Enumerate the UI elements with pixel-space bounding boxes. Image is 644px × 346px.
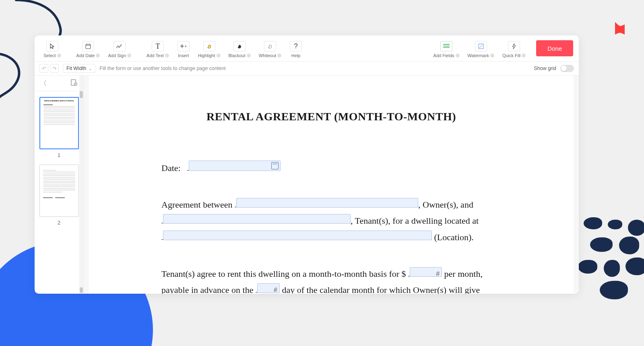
quick-fill-label: Quick Fill	[502, 53, 520, 58]
zoom-label: Fit Width	[66, 66, 86, 71]
whiteout-icon	[264, 41, 276, 51]
whiteout-label: Whiteout	[259, 53, 276, 58]
doc-title: RENTAL AGREEMENT (MONTH-TO-MONTH)	[161, 110, 501, 123]
thumbnails: RENTAL AGREEMENT (MONTH-TO-MONTH) 1	[35, 91, 83, 294]
help-icon: ?	[290, 41, 302, 51]
add-sign-label: Add Sign	[108, 53, 126, 58]
svg-rect-5	[443, 46, 450, 48]
editor-body: 〈 RENTAL AGREEMENT (MONTH-TO-MONTH) 1	[35, 76, 579, 294]
hint-text: Fill the form or use another tools to ch…	[99, 66, 225, 71]
calendar-picker-icon[interactable]	[271, 162, 279, 169]
agreement-paragraph: Agreement between , Owner(s), and , Tena…	[161, 197, 501, 246]
editor-window: Select Add Date Add Sign T Add Text +▾ I…	[35, 35, 579, 294]
decor-left	[0, 52, 36, 101]
highlight-label: Highlight	[198, 53, 215, 58]
due-day-field[interactable]: #	[257, 283, 280, 293]
page-panel: 〈 RENTAL AGREEMENT (MONTH-TO-MONTH) 1	[35, 76, 84, 294]
show-grid-label: Show grid	[534, 66, 556, 71]
document-viewport[interactable]: RENTAL AGREEMENT (MONTH-TO-MONTH) Date: …	[84, 76, 579, 294]
add-date-button[interactable]: Add Date	[73, 39, 103, 59]
highlight-icon	[203, 41, 215, 51]
decor-right-spots	[576, 217, 644, 306]
select-button[interactable]: Select	[40, 39, 64, 59]
rent-amount-field[interactable]: #	[410, 267, 442, 277]
thumbnail-label-2: 2	[39, 220, 79, 226]
insert-button[interactable]: +▾ Insert	[174, 39, 193, 59]
watermark-icon	[475, 41, 487, 51]
thumbnail-page-1[interactable]: RENTAL AGREEMENT (MONTH-TO-MONTH)	[39, 97, 79, 149]
plus-icon: +▾	[178, 41, 190, 51]
text-icon: T	[152, 41, 164, 51]
tenant-field[interactable]	[163, 214, 351, 224]
document-page: RENTAL AGREEMENT (MONTH-TO-MONTH) Date: …	[89, 76, 574, 294]
date-field[interactable]	[189, 161, 281, 171]
signature-icon	[114, 41, 126, 51]
pdf-app-icon	[612, 20, 628, 36]
thumbnail-label-1: 1	[39, 152, 79, 158]
blackout-icon	[233, 41, 246, 51]
add-text-button[interactable]: T Add Text	[143, 39, 172, 59]
date-row: Date:	[161, 160, 501, 177]
zoom-select[interactable]: Fit Width ⌄	[63, 64, 95, 73]
watermark-label: Watermark	[468, 53, 489, 58]
add-text-label: Add Text	[147, 53, 164, 58]
rent-paragraph: Tenant(s) agree to rent this dwelling on…	[161, 266, 501, 294]
svg-rect-0	[86, 44, 91, 49]
show-grid-toggle[interactable]	[560, 65, 574, 72]
blackout-button[interactable]: Blackout	[225, 39, 254, 59]
fields-icon	[440, 41, 452, 51]
bolt-icon	[508, 41, 520, 51]
blackout-label: Blackout	[229, 53, 246, 58]
add-date-label: Add Date	[76, 53, 95, 58]
panel-settings-button[interactable]	[70, 79, 78, 88]
select-label: Select	[43, 53, 56, 58]
done-button[interactable]: Done	[536, 40, 573, 56]
watermark-button[interactable]: Watermark	[464, 39, 497, 59]
panel-scrollbar[interactable]	[79, 76, 83, 294]
quick-fill-button[interactable]: Quick Fill	[499, 39, 529, 59]
add-sign-button[interactable]: Add Sign	[105, 39, 134, 59]
svg-line-7	[479, 45, 483, 48]
help-label: Help	[291, 53, 301, 58]
calendar-icon	[82, 41, 94, 51]
undo-button[interactable]: ↶	[39, 64, 48, 73]
thumbnail-page-2[interactable]	[39, 165, 79, 217]
svg-point-10	[75, 84, 76, 84]
highlight-button[interactable]: Highlight	[195, 39, 224, 59]
add-fields-button[interactable]: Add Fields	[430, 39, 463, 59]
chevron-down-icon: ⌄	[89, 66, 92, 71]
cursor-icon	[46, 41, 58, 51]
location-field[interactable]	[163, 231, 432, 240]
add-fields-label: Add Fields	[433, 53, 454, 58]
insert-label: Insert	[178, 53, 189, 58]
sub-toolbar: ↶ ↷ Fit Width ⌄ Fill the form or use ano…	[35, 62, 579, 76]
svg-rect-4	[443, 44, 450, 45]
owner-field[interactable]	[236, 198, 418, 208]
help-button[interactable]: ? Help	[286, 39, 305, 59]
whiteout-button[interactable]: Whiteout	[256, 39, 285, 59]
redo-button[interactable]: ↷	[50, 64, 59, 73]
panel-back-button[interactable]: 〈	[40, 79, 47, 88]
date-label: Date:	[161, 163, 181, 173]
main-toolbar: Select Add Date Add Sign T Add Text +▾ I…	[35, 35, 579, 62]
